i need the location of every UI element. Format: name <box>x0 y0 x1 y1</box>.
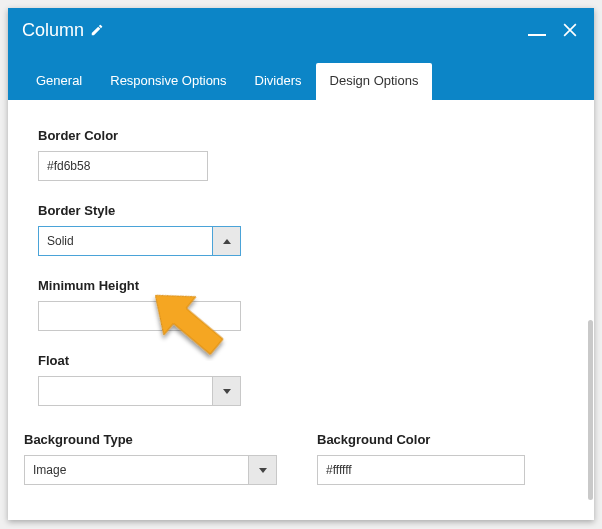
border-color-input[interactable] <box>38 151 208 181</box>
scrollbar-thumb[interactable] <box>588 320 593 500</box>
background-color-label: Background Color <box>317 432 525 447</box>
pencil-icon[interactable] <box>90 23 104 37</box>
minimum-height-input[interactable] <box>38 301 241 331</box>
float-value <box>38 376 213 406</box>
tab-general[interactable]: General <box>22 63 96 100</box>
dialog-header: Column <box>8 8 594 52</box>
minimum-height-field: Minimum Height <box>38 278 564 331</box>
tab-responsive-options[interactable]: Responsive Options <box>96 63 240 100</box>
tab-dividers[interactable]: Dividers <box>241 63 316 100</box>
close-button[interactable] <box>560 20 580 40</box>
border-style-field: Border Style Solid <box>38 203 564 256</box>
minimize-button[interactable] <box>528 34 546 36</box>
float-dropdown-button[interactable] <box>213 376 241 406</box>
background-type-value: Image <box>24 455 249 485</box>
background-color-field: Background Color <box>317 432 525 485</box>
background-type-field: Background Type Image <box>24 432 277 485</box>
background-row: Background Type Image Background Color <box>24 432 564 485</box>
chevron-down-icon <box>223 389 231 394</box>
border-style-value: Solid <box>38 226 213 256</box>
background-color-input[interactable] <box>317 455 525 485</box>
float-field: Float <box>38 353 564 410</box>
border-style-label: Border Style <box>38 203 564 218</box>
minimum-height-input-wrap <box>38 301 241 331</box>
tab-design-options[interactable]: Design Options <box>316 63 433 100</box>
float-label: Float <box>38 353 564 368</box>
dialog-title: Column <box>22 20 84 41</box>
background-type-dropdown-button[interactable] <box>249 455 277 485</box>
minimum-height-label: Minimum Height <box>38 278 564 293</box>
design-options-panel: Border Color Border Style Solid <box>8 100 594 520</box>
border-color-field: Border Color <box>38 128 564 181</box>
column-settings-dialog: Column General Responsive Options Divide… <box>8 8 594 520</box>
border-style-select[interactable]: Solid <box>38 226 241 256</box>
background-type-label: Background Type <box>24 432 277 447</box>
border-style-dropdown-button[interactable] <box>213 226 241 256</box>
border-color-label: Border Color <box>38 128 564 143</box>
chevron-up-icon <box>223 239 231 244</box>
chevron-down-icon <box>259 468 267 473</box>
tab-bar: General Responsive Options Dividers Desi… <box>8 52 594 100</box>
float-select[interactable] <box>38 376 241 406</box>
background-type-select[interactable]: Image <box>24 455 277 485</box>
